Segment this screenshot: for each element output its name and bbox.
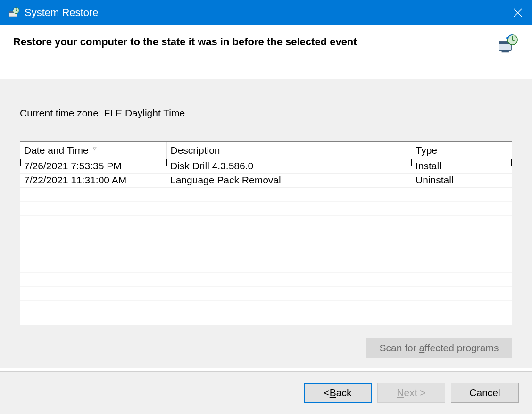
timezone-label: Current time zone: FLE Daylight Time [20,108,512,119]
table-row-empty [20,230,512,244]
cell-date: 7/26/2021 7:53:35 PM [20,159,166,173]
table-row[interactable]: 7/26/2021 7:53:35 PM Disk Drill 4.3.586.… [20,159,512,173]
table-row-empty [20,272,512,286]
table-row-empty [20,187,512,201]
window-title: System Restore [25,7,504,19]
page-instruction: Restore your computer to the state it wa… [13,35,357,49]
table-row-empty [20,201,512,215]
table-row-empty [20,258,512,272]
next-button[interactable]: Next > [377,383,445,403]
table-row[interactable]: 7/22/2021 11:31:00 AM Language Pack Remo… [20,173,512,187]
col-header-type-label: Type [416,145,438,156]
scan-affected-programs-button[interactable]: Scan for affected programs [366,338,512,358]
cell-desc: Disk Drill 4.3.586.0 [166,159,412,173]
col-header-desc-label: Description [171,145,220,156]
cell-date: 7/22/2021 11:31:00 AM [20,173,166,187]
close-button[interactable] [504,0,532,25]
table-row-empty [20,215,512,230]
table-row-empty [20,300,512,315]
system-restore-icon [8,7,20,19]
close-icon [514,8,522,17]
table-row-empty [20,244,512,258]
col-header-type[interactable]: Type [412,142,512,159]
svg-rect-8 [502,50,509,52]
header-section: Restore your computer to the state it wa… [0,25,532,79]
restore-points-table: Date and Time ▽ Description Type 7/26/20… [20,141,512,325]
titlebar: System Restore [0,0,532,25]
col-header-date-label: Date and Time [24,145,89,156]
col-header-description[interactable]: Description [166,142,412,159]
cell-type: Uninstall [412,173,512,187]
col-header-date[interactable]: Date and Time ▽ [20,142,166,159]
body-section: Current time zone: FLE Daylight Time Dat… [0,79,532,368]
system-restore-large-icon [497,33,519,55]
sort-indicator-icon: ▽ [93,146,97,151]
table-row-empty [20,286,512,300]
back-button[interactable]: < Back [304,383,372,403]
cell-type: Install [412,159,512,173]
cancel-button[interactable]: Cancel [451,383,519,403]
footer-nav: < Back Next > Cancel [0,371,532,414]
cell-desc: Language Pack Removal [166,173,412,187]
